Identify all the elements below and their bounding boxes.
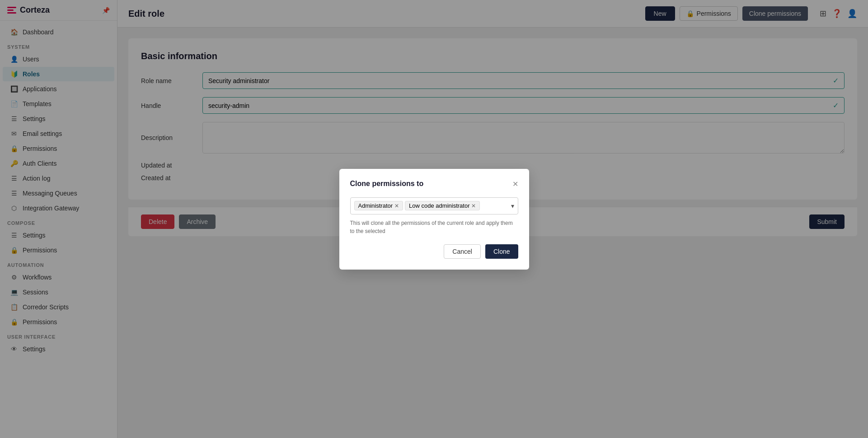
clone-button[interactable]: Clone	[485, 244, 518, 259]
tag-lowcode: Low code administrator ✕	[405, 201, 480, 210]
modal-overlay[interactable]: Clone permissions to ✕ Administrator ✕ L…	[0, 0, 868, 438]
cancel-button[interactable]: Cancel	[444, 244, 481, 259]
tag-administrator-label: Administrator	[358, 202, 393, 209]
close-icon[interactable]: ✕	[512, 180, 518, 188]
modal-title: Clone permissions to	[350, 180, 424, 188]
modal-footer: Cancel Clone	[350, 244, 518, 259]
tag-select-input[interactable]: Administrator ✕ Low code administrator ✕…	[350, 197, 518, 214]
chevron-down-icon: ▾	[511, 202, 514, 210]
tag-lowcode-label: Low code administrator	[409, 202, 469, 209]
tag-administrator-remove[interactable]: ✕	[394, 203, 399, 209]
modal-header: Clone permissions to ✕	[350, 180, 518, 188]
clone-permissions-modal: Clone permissions to ✕ Administrator ✕ L…	[339, 169, 529, 270]
modal-hint: This will clone all the permissions of t…	[350, 219, 518, 235]
tag-lowcode-remove[interactable]: ✕	[471, 203, 476, 209]
modal-body: Administrator ✕ Low code administrator ✕…	[350, 197, 518, 235]
tag-administrator: Administrator ✕	[354, 201, 404, 210]
